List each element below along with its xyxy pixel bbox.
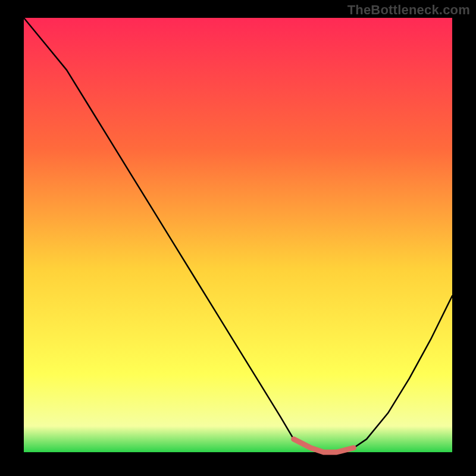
chart-svg <box>0 0 476 476</box>
watermark-text: TheBottleneck.com <box>347 2 470 18</box>
plot-background <box>24 18 452 452</box>
chart-frame: { "watermark": "TheBottleneck.com", "col… <box>0 0 476 476</box>
